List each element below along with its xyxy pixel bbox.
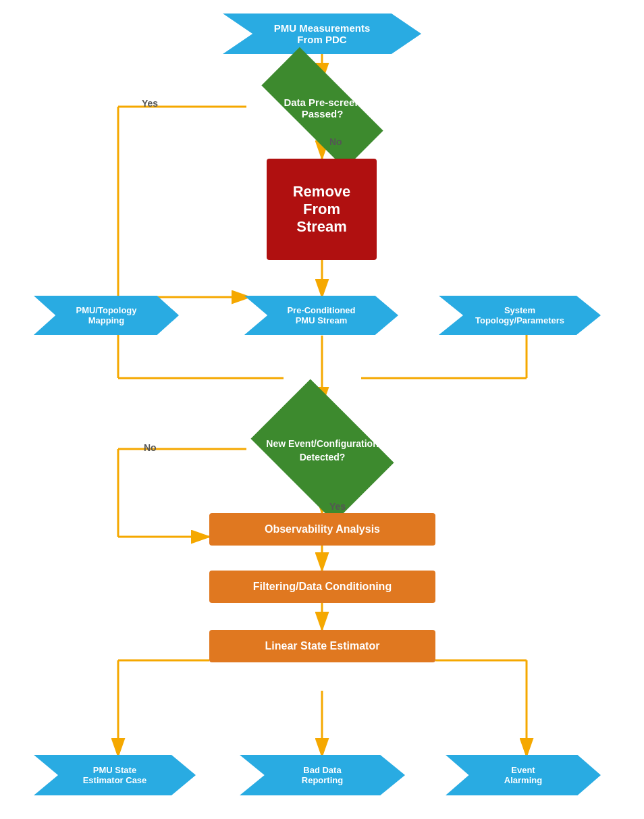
new-event-diamond: New Event/ConfigurationDetected? bbox=[253, 402, 392, 500]
pmu-topology-node: PMU/Topology Mapping bbox=[34, 296, 179, 335]
bad-data-node: Bad Data Reporting bbox=[240, 755, 405, 795]
no-prescreen-label: No bbox=[329, 136, 342, 147]
no-event-label: No bbox=[144, 442, 157, 453]
flowchart: PMU Measurements From PDC Data Pre-scree… bbox=[0, 0, 644, 819]
observability-node: Observability Analysis bbox=[209, 513, 435, 546]
preconditioned-pmu-node: Pre-Conditioned PMU Stream bbox=[244, 296, 398, 335]
data-prescreen-diamond: Data Pre-screenPassed? bbox=[257, 78, 388, 138]
remove-from-stream-node: Remove From Stream bbox=[267, 159, 377, 260]
pmu-measurements-node: PMU Measurements From PDC bbox=[223, 14, 421, 54]
event-alarming-node: Event Alarming bbox=[446, 755, 601, 795]
filtering-node: Filtering/Data Conditioning bbox=[209, 571, 435, 603]
system-topology-node: System Topology/Parameters bbox=[439, 296, 601, 335]
linear-state-node: Linear State Estimator bbox=[209, 630, 435, 662]
yes-event-label: Yes bbox=[329, 501, 346, 512]
pmu-state-case-node: PMU State Estimator Case bbox=[34, 755, 196, 795]
yes-prescreen-label: Yes bbox=[142, 98, 158, 109]
